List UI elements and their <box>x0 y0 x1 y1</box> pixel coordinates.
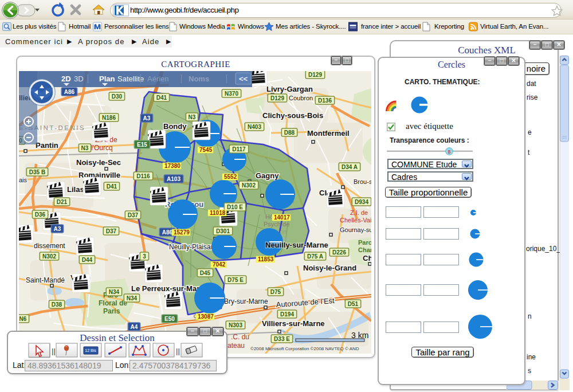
svg-text:12 Bis: 12 Bis <box>85 348 96 352</box>
svg-text:D934: D934 <box>355 199 368 205</box>
svg-text:D44: D44 <box>82 257 93 263</box>
svg-text:Noisy-le-Sec: Noisy-le-Sec <box>76 158 121 167</box>
svg-text:N186: N186 <box>102 115 116 121</box>
svg-text:N3: N3 <box>81 145 89 151</box>
svg-text:Bondy: Bondy <box>163 122 187 131</box>
svg-text:2D: 2D <box>61 75 71 83</box>
svg-text:N370: N370 <box>225 91 238 97</box>
svg-text:Z.I. de: Z.I. de <box>350 209 368 216</box>
svg-text:D75 A: D75 A <box>307 253 323 260</box>
svg-text:D51: D51 <box>348 301 359 307</box>
svg-text:D301: D301 <box>216 228 230 234</box>
svg-text:Paris: Paris <box>103 307 120 315</box>
svg-text:Montfermeil: Montfermeil <box>307 129 350 138</box>
svg-text:D36: D36 <box>35 211 46 218</box>
svg-text:Lilas: Lilas <box>67 185 84 194</box>
svg-text:D35 B: D35 B <box>29 169 45 175</box>
svg-text:D33 E: D33 E <box>274 336 290 342</box>
svg-text:Psych de: Psych de <box>264 221 289 228</box>
svg-text:N34: N34 <box>109 289 120 295</box>
svg-text:D194: D194 <box>280 311 294 317</box>
svg-text:D21: D21 <box>57 199 68 205</box>
svg-text:D116: D116 <box>136 173 150 179</box>
svg-text:Pantin: Pantin <box>36 141 58 150</box>
svg-text:11018: 11018 <box>210 210 226 216</box>
svg-text:Bry-sur-Marne: Bry-sur-Marne <box>224 297 268 305</box>
svg-text:8: 8 <box>448 149 450 155</box>
svg-text:D34 A: D34 A <box>342 164 358 170</box>
svg-text:.C. du: .C. du <box>231 333 249 341</box>
svg-text:11853: 11853 <box>258 256 274 262</box>
svg-text:Gagny: Gagny <box>256 171 279 180</box>
svg-text:<<: << <box>239 75 248 83</box>
svg-text:14017: 14017 <box>274 214 290 221</box>
svg-text:D30: D30 <box>112 93 123 100</box>
svg-text:Noms: Noms <box>189 75 209 83</box>
svg-text:A3: A3 <box>143 115 151 121</box>
svg-text:17380: 17380 <box>164 163 180 169</box>
svg-text:D37: D37 <box>106 228 117 234</box>
svg-text:N302: N302 <box>42 253 56 260</box>
svg-text:A86: A86 <box>162 229 173 236</box>
svg-text:D38: D38 <box>52 301 62 308</box>
svg-text:l'Ourcq: l'Ourcq <box>91 144 113 152</box>
svg-text:5552: 5552 <box>224 174 237 180</box>
svg-text:E50: E50 <box>164 316 175 322</box>
svg-text:Plan: Plan <box>99 75 115 83</box>
svg-text:D88: D88 <box>284 130 295 136</box>
svg-text:D45: D45 <box>200 270 211 276</box>
svg-text:©2008 Microsoft Corporation ©: ©2008 Microsoft Corporation ©2008 NAVTEQ… <box>250 346 359 351</box>
svg-text:N34: N34 <box>127 295 138 301</box>
svg-text:D136: D136 <box>318 97 332 104</box>
svg-text:Livry-Gargan: Livry-Gargan <box>266 85 313 93</box>
svg-text:D10 E: D10 E <box>227 204 243 210</box>
svg-text:15279: 15279 <box>174 229 190 236</box>
svg-text:D226: D226 <box>332 249 346 256</box>
svg-text:13087: 13087 <box>198 313 214 320</box>
svg-text:D129: D129 <box>270 95 284 101</box>
svg-text:Ch: Ch <box>363 254 371 262</box>
svg-text:E15: E15 <box>137 142 147 148</box>
svg-text:Clichy-sous-Bois: Clichy-sous-Bois <box>262 111 323 120</box>
svg-text:3: 3 <box>143 253 146 260</box>
svg-text:D41: D41 <box>107 183 117 190</box>
svg-text:Satellite: Satellite <box>117 75 144 83</box>
svg-text:Champ: Champ <box>358 246 371 253</box>
svg-text:dissement: dissement <box>34 242 65 250</box>
svg-text:ais: ais <box>19 177 28 183</box>
svg-text:Chelles-Vaire: Chelles-Vaire <box>340 217 371 224</box>
svg-text:7545: 7545 <box>199 147 213 153</box>
svg-text:ateau: ateau <box>227 342 245 350</box>
svg-text:Aérien: Aérien <box>147 75 169 83</box>
svg-text:A86: A86 <box>64 89 75 95</box>
svg-text:||: || <box>176 347 180 355</box>
svg-text:N303: N303 <box>229 322 242 328</box>
svg-text:||: || <box>52 347 56 355</box>
svg-text:D129: D129 <box>308 72 322 78</box>
svg-text:Floral de: Floral de <box>99 299 127 307</box>
svg-text:7042: 7042 <box>213 261 226 268</box>
svg-text:A4: A4 <box>131 324 138 330</box>
svg-text:D75: D75 <box>270 289 281 295</box>
svg-text:Neuilly-sur-Marne: Neuilly-sur-Marne <box>265 241 328 249</box>
svg-text:Noisy-le-Grand: Noisy-le-Grand <box>303 264 356 272</box>
svg-text:A103: A103 <box>167 176 180 182</box>
svg-text:Coubron: Coubron <box>289 95 313 101</box>
svg-text:Saint-Mandé: Saint-Mandé <box>26 276 65 284</box>
svg-text:N302: N302 <box>242 182 256 189</box>
svg-text:Parc d: Parc d <box>358 239 371 246</box>
svg-text:N3: N3 <box>189 114 196 120</box>
svg-text:N6: N6 <box>19 316 27 322</box>
svg-text:A3: A3 <box>54 226 61 232</box>
svg-text:D37: D37 <box>128 212 139 218</box>
svg-text:D117: D117 <box>232 146 246 152</box>
svg-text:Villiers-sur-Marne: Villiers-sur-Marne <box>262 319 325 328</box>
svg-text:Gournay-sur-Marne: Gournay-sur-Marne <box>340 226 371 233</box>
svg-text:3D: 3D <box>74 75 84 83</box>
svg-text:N403: N403 <box>248 124 261 130</box>
svg-text:D75 E: D75 E <box>227 277 244 283</box>
svg-text:D41: D41 <box>156 95 167 101</box>
svg-text:Brou-sur-: Brou-sur- <box>354 178 371 185</box>
